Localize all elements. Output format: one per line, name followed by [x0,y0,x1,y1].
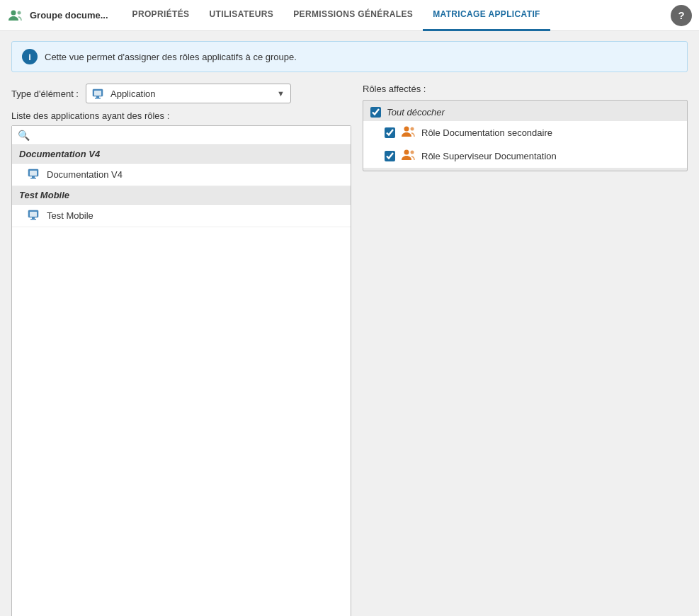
svg-point-17 [411,151,414,154]
tab-utilisateurs[interactable]: UTILISATEURS [199,0,283,31]
type-selector-row: Type d'élément : Application ▼ [11,84,351,103]
role-item-doc-secondaire: Rôle Documentation secondaire [363,121,687,144]
right-column: Rôles affectés : Tout décocher [363,84,688,171]
roles-list: Tout décocher Rôle Documentation seconda… [363,100,688,171]
tab-proprietes[interactable]: PROPRIÉTÉS [123,0,200,31]
svg-rect-9 [30,178,36,179]
role-item-superviseur: Rôle Superviseur Documentation [363,144,687,168]
type-select-dropdown[interactable]: Application ▼ [86,84,291,103]
role-checkbox-superviseur[interactable] [385,151,395,161]
app-type-icon [92,87,106,100]
role-checkbox-all[interactable] [370,107,381,118]
svg-rect-3 [94,91,101,96]
roles-label: Rôles affectés : [363,84,688,94]
info-text: Cette vue permet d'assigner des rôles ap… [45,52,297,62]
tab-matricage[interactable]: MATRICAGE APPLICATIF [423,0,550,31]
app-item-doc-v4[interactable]: Documentation V4 [12,164,351,186]
search-bar[interactable]: 🔍 [12,126,351,145]
role-text-superviseur: Rôle Superviseur Documentation [421,151,557,161]
svg-point-16 [404,150,409,155]
role-text-all: Tout décocher [387,107,445,118]
svg-point-15 [411,127,414,131]
top-nav: Groupe docume... PROPRIÉTÉS UTILISATEURS… [0,0,699,31]
columns-layout: Type d'élément : Application ▼ Li [11,84,688,616]
search-input[interactable] [33,130,345,141]
svg-rect-7 [30,171,37,176]
app-icon-test-mobile [28,208,42,223]
app-label-doc-v4: Documentation V4 [47,169,123,180]
svg-point-14 [404,127,409,132]
role-group-icon-1 [401,125,416,141]
help-button[interactable]: ? [671,5,692,26]
svg-point-1 [18,11,21,14]
svg-rect-5 [95,98,101,99]
group-label: Groupe docume... [30,10,108,21]
app-label-test-mobile: Test Mobile [47,210,93,221]
type-label: Type d'élément : [11,89,79,99]
app-list-label: Liste des applications ayant des rôles : [11,110,351,121]
search-icon: 🔍 [18,130,30,141]
info-banner: i Cette vue permet d'assigner des rôles … [11,41,688,72]
role-text-doc-secondaire: Rôle Documentation secondaire [421,127,552,138]
group-header-test-mobile: Test Mobile [12,186,351,205]
svg-rect-11 [30,212,37,217]
svg-rect-13 [30,219,36,220]
svg-rect-12 [32,217,35,219]
role-checkbox-doc-secondaire[interactable] [385,127,395,138]
type-select-text: Application [110,89,273,99]
main-content: i Cette vue permet d'assigner des rôles … [0,31,699,616]
group-header-doc-v4: Documentation V4 [12,145,351,164]
app-icon-doc-v4 [28,167,42,182]
role-item-all: Tout décocher [363,103,687,121]
group-icon [7,7,24,24]
tab-permissions[interactable]: PERMISSIONS GÉNÉRALES [283,0,423,31]
app-item-test-mobile[interactable]: Test Mobile [12,205,351,227]
role-group-icon-2 [401,148,416,164]
left-column: Type d'élément : Application ▼ Li [11,84,351,616]
app-list-box: 🔍 Documentation V4 Documentation V [11,125,351,616]
svg-rect-8 [32,176,35,178]
svg-rect-4 [96,96,99,98]
info-icon: i [22,49,38,64]
svg-point-0 [11,10,16,15]
dropdown-arrow-icon: ▼ [277,89,285,98]
